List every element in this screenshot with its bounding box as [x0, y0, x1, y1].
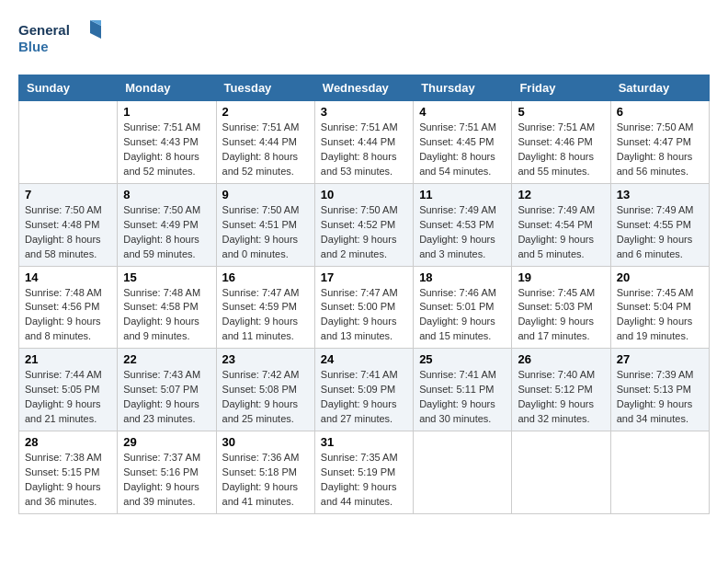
- cell-info: Sunrise: 7:41 AMSunset: 5:11 PMDaylight:…: [419, 368, 506, 427]
- svg-text:General: General: [18, 22, 70, 38]
- cell-info: Sunrise: 7:50 AMSunset: 4:52 PMDaylight:…: [321, 203, 407, 262]
- day-header-friday: Friday: [512, 75, 610, 101]
- cell-info: Sunrise: 7:41 AMSunset: 5:09 PMDaylight:…: [321, 368, 407, 427]
- day-header-saturday: Saturday: [610, 75, 709, 101]
- calendar-cell: 16Sunrise: 7:47 AMSunset: 4:59 PMDayligh…: [216, 266, 314, 349]
- calendar-cell: 8Sunrise: 7:50 AMSunset: 4:49 PMDaylight…: [118, 183, 216, 266]
- date-number: 13: [617, 188, 703, 201]
- calendar-cell: 17Sunrise: 7:47 AMSunset: 5:00 PMDayligh…: [314, 266, 413, 349]
- calendar-cell: 21Sunrise: 7:44 AMSunset: 5:05 PMDayligh…: [19, 349, 118, 431]
- calendar-cell: [19, 101, 118, 184]
- day-header-row: SundayMondayTuesdayWednesdayThursdayFrid…: [19, 75, 710, 101]
- date-number: 22: [123, 352, 210, 366]
- date-number: 7: [25, 188, 111, 201]
- calendar-cell: [610, 431, 709, 514]
- week-row-4: 21Sunrise: 7:44 AMSunset: 5:05 PMDayligh…: [19, 349, 710, 431]
- date-number: 8: [123, 188, 210, 201]
- cell-info: Sunrise: 7:51 AMSunset: 4:46 PMDaylight:…: [518, 121, 604, 179]
- cell-info: Sunrise: 7:49 AMSunset: 4:53 PMDaylight:…: [419, 203, 506, 262]
- cell-info: Sunrise: 7:50 AMSunset: 4:51 PMDaylight:…: [222, 203, 309, 262]
- calendar-cell: 27Sunrise: 7:39 AMSunset: 5:13 PMDayligh…: [610, 349, 709, 431]
- cell-info: Sunrise: 7:51 AMSunset: 4:44 PMDaylight:…: [222, 121, 309, 179]
- calendar-cell: 29Sunrise: 7:37 AMSunset: 5:16 PMDayligh…: [118, 431, 216, 514]
- date-number: 16: [222, 270, 309, 284]
- cell-info: Sunrise: 7:42 AMSunset: 5:08 PMDaylight:…: [222, 368, 309, 427]
- week-row-2: 7Sunrise: 7:50 AMSunset: 4:48 PMDaylight…: [19, 183, 710, 266]
- cell-info: Sunrise: 7:44 AMSunset: 5:05 PMDaylight:…: [25, 368, 111, 427]
- calendar-cell: 3Sunrise: 7:51 AMSunset: 4:44 PMDaylight…: [314, 101, 413, 184]
- calendar-cell: 2Sunrise: 7:51 AMSunset: 4:44 PMDaylight…: [216, 101, 314, 184]
- calendar-cell: 4Sunrise: 7:51 AMSunset: 4:45 PMDaylight…: [414, 101, 512, 184]
- cell-info: Sunrise: 7:51 AMSunset: 4:44 PMDaylight:…: [321, 121, 407, 179]
- calendar-cell: 24Sunrise: 7:41 AMSunset: 5:09 PMDayligh…: [314, 349, 413, 431]
- logo: General Blue: [18, 18, 101, 60]
- calendar-cell: [512, 431, 610, 514]
- day-header-thursday: Thursday: [414, 75, 512, 101]
- date-number: 20: [617, 270, 703, 284]
- cell-info: Sunrise: 7:48 AMSunset: 4:58 PMDaylight:…: [123, 286, 210, 345]
- calendar-cell: 31Sunrise: 7:35 AMSunset: 5:19 PMDayligh…: [314, 431, 413, 514]
- date-number: 28: [25, 435, 111, 449]
- calendar-cell: 23Sunrise: 7:42 AMSunset: 5:08 PMDayligh…: [216, 349, 314, 431]
- date-number: 17: [321, 270, 407, 284]
- cell-info: Sunrise: 7:51 AMSunset: 4:45 PMDaylight:…: [419, 121, 506, 179]
- calendar-cell: 5Sunrise: 7:51 AMSunset: 4:46 PMDaylight…: [512, 101, 610, 184]
- date-number: 25: [419, 352, 506, 366]
- calendar-cell: 25Sunrise: 7:41 AMSunset: 5:11 PMDayligh…: [414, 349, 512, 431]
- page-header: General Blue: [18, 18, 710, 60]
- calendar-cell: 13Sunrise: 7:49 AMSunset: 4:55 PMDayligh…: [610, 183, 709, 266]
- date-number: 10: [321, 188, 407, 201]
- cell-info: Sunrise: 7:39 AMSunset: 5:13 PMDaylight:…: [617, 368, 703, 427]
- cell-info: Sunrise: 7:46 AMSunset: 5:01 PMDaylight:…: [419, 286, 506, 345]
- calendar-cell: 15Sunrise: 7:48 AMSunset: 4:58 PMDayligh…: [118, 266, 216, 349]
- date-number: 23: [222, 352, 309, 366]
- calendar-cell: 9Sunrise: 7:50 AMSunset: 4:51 PMDaylight…: [216, 183, 314, 266]
- cell-info: Sunrise: 7:47 AMSunset: 4:59 PMDaylight:…: [222, 286, 309, 345]
- date-number: 3: [321, 105, 407, 119]
- cell-info: Sunrise: 7:43 AMSunset: 5:07 PMDaylight:…: [123, 368, 210, 427]
- calendar-cell: 11Sunrise: 7:49 AMSunset: 4:53 PMDayligh…: [414, 183, 512, 266]
- calendar-cell: 7Sunrise: 7:50 AMSunset: 4:48 PMDaylight…: [19, 183, 118, 266]
- date-number: 19: [518, 270, 604, 284]
- calendar-cell: 18Sunrise: 7:46 AMSunset: 5:01 PMDayligh…: [414, 266, 512, 349]
- calendar-cell: [414, 431, 512, 514]
- cell-info: Sunrise: 7:38 AMSunset: 5:15 PMDaylight:…: [25, 451, 111, 510]
- cell-info: Sunrise: 7:47 AMSunset: 5:00 PMDaylight:…: [321, 286, 407, 345]
- calendar-cell: 20Sunrise: 7:45 AMSunset: 5:04 PMDayligh…: [610, 266, 709, 349]
- date-number: 1: [123, 105, 210, 119]
- date-number: 12: [518, 188, 604, 201]
- calendar-cell: 26Sunrise: 7:40 AMSunset: 5:12 PMDayligh…: [512, 349, 610, 431]
- cell-info: Sunrise: 7:35 AMSunset: 5:19 PMDaylight:…: [321, 451, 407, 510]
- calendar-cell: 19Sunrise: 7:45 AMSunset: 5:03 PMDayligh…: [512, 266, 610, 349]
- calendar-cell: 28Sunrise: 7:38 AMSunset: 5:15 PMDayligh…: [19, 431, 118, 514]
- date-number: 31: [321, 435, 407, 449]
- week-row-5: 28Sunrise: 7:38 AMSunset: 5:15 PMDayligh…: [19, 431, 710, 514]
- date-number: 30: [222, 435, 309, 449]
- calendar-cell: 22Sunrise: 7:43 AMSunset: 5:07 PMDayligh…: [118, 349, 216, 431]
- date-number: 4: [419, 105, 506, 119]
- date-number: 15: [123, 270, 210, 284]
- cell-info: Sunrise: 7:49 AMSunset: 4:54 PMDaylight:…: [518, 203, 604, 262]
- week-row-1: 1Sunrise: 7:51 AMSunset: 4:43 PMDaylight…: [19, 101, 710, 184]
- cell-info: Sunrise: 7:36 AMSunset: 5:18 PMDaylight:…: [222, 451, 309, 510]
- date-number: 2: [222, 105, 309, 119]
- calendar-cell: 30Sunrise: 7:36 AMSunset: 5:18 PMDayligh…: [216, 431, 314, 514]
- generalblue-logo: General Blue: [18, 18, 101, 60]
- cell-info: Sunrise: 7:40 AMSunset: 5:12 PMDaylight:…: [518, 368, 604, 427]
- day-header-tuesday: Tuesday: [216, 75, 314, 101]
- cell-info: Sunrise: 7:51 AMSunset: 4:43 PMDaylight:…: [123, 121, 210, 179]
- calendar-cell: 6Sunrise: 7:50 AMSunset: 4:47 PMDaylight…: [610, 101, 709, 184]
- cell-info: Sunrise: 7:48 AMSunset: 4:56 PMDaylight:…: [25, 286, 111, 345]
- cell-info: Sunrise: 7:37 AMSunset: 5:16 PMDaylight:…: [123, 451, 210, 510]
- calendar-cell: 12Sunrise: 7:49 AMSunset: 4:54 PMDayligh…: [512, 183, 610, 266]
- cell-info: Sunrise: 7:50 AMSunset: 4:49 PMDaylight:…: [123, 203, 210, 262]
- week-row-3: 14Sunrise: 7:48 AMSunset: 4:56 PMDayligh…: [19, 266, 710, 349]
- date-number: 27: [617, 352, 703, 366]
- date-number: 5: [518, 105, 604, 119]
- cell-info: Sunrise: 7:45 AMSunset: 5:03 PMDaylight:…: [518, 286, 604, 345]
- date-number: 29: [123, 435, 210, 449]
- date-number: 21: [25, 352, 111, 366]
- date-number: 9: [222, 188, 309, 201]
- date-number: 14: [25, 270, 111, 284]
- day-header-sunday: Sunday: [19, 75, 118, 101]
